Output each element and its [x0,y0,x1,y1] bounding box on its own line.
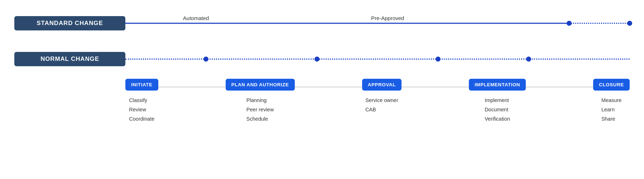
phase-initiate-item-2: Review [129,105,154,114]
phase-implementation-label: IMPLEMENTATION [469,79,526,91]
phase-initiate-items: Classify Review Coordinate [129,96,154,124]
normal-dot-2 [314,57,319,62]
phase-initiate-item-1: Classify [129,96,154,105]
connector-2 [295,87,362,87]
phase-plan-item-2: Peer review [246,105,274,114]
phases-area: INITIATE Classify Review Coordinate PLAN… [14,79,630,124]
phases-track: INITIATE Classify Review Coordinate PLAN… [125,79,630,124]
phase-implementation-item-2: Document [485,105,510,114]
phase-implementation-items: Implement Document Verification [485,96,510,124]
phase-closure-item-3: Share [601,114,621,124]
standard-dotted-line [569,23,630,24]
standard-dot-end [627,21,632,26]
phase-closure-item-1: Measure [601,96,621,105]
standard-change-track: Automated Pre-Approved [125,14,630,32]
normal-dotted-line [125,59,630,60]
connector-4 [526,87,593,87]
phase-initiate-item-3: Coordinate [129,114,154,124]
automated-label: Automated [183,15,209,21]
normal-change-label: NORMAL CHANGE [14,52,125,66]
normal-change-track [125,50,630,68]
normal-dot-4 [526,57,531,62]
phase-closure-item-2: Learn [601,105,621,114]
phase-approval-label: APPROVAL [362,79,402,91]
phase-approval: APPROVAL Service owner CAB [362,79,402,114]
standard-solid-line [125,23,569,24]
phase-plan-item-3: Schedule [246,114,274,124]
phase-approval-item-2: CAB [365,105,398,114]
phase-plan-items: Planning Peer review Schedule [246,96,274,124]
phase-initiate: INITIATE Classify Review Coordinate [125,79,158,124]
phase-implementation-item-1: Implement [485,96,510,105]
phase-implementation-item-3: Verification [485,114,510,124]
phase-initiate-label: INITIATE [125,79,158,91]
phase-approval-items: Service owner CAB [365,96,398,114]
phase-plan-item-1: Planning [246,96,274,105]
standard-change-label: STANDARD CHANGE [14,16,125,30]
phase-plan: PLAN AND AUTHORIZE Planning Peer review … [226,79,295,124]
phase-closure-label: CLOSURE [593,79,630,91]
phase-plan-label: PLAN AND AUTHORIZE [226,79,295,91]
standard-dot-1 [567,21,572,26]
phase-closure: CLOSURE Measure Learn Share [593,79,630,124]
phase-implementation: IMPLEMENTATION Implement Document Verifi… [469,79,526,124]
pre-approved-label: Pre-Approved [371,15,404,21]
connector-1 [158,87,226,87]
connector-3 [402,87,469,87]
phase-approval-item-1: Service owner [365,96,398,105]
normal-dot-1 [203,57,208,62]
phase-closure-items: Measure Learn Share [601,96,621,124]
normal-dot-3 [436,57,441,62]
diagram-container: STANDARD CHANGE Automated Pre-Approved N… [0,0,644,179]
